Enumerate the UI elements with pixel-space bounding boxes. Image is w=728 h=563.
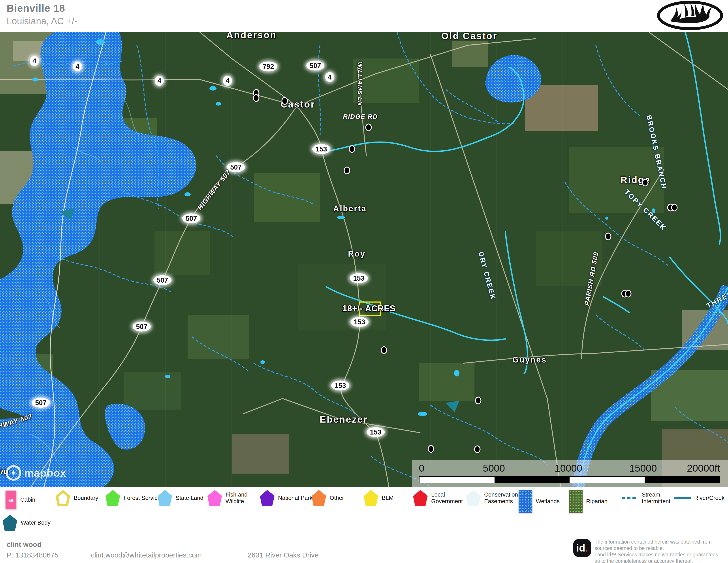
legend-label: State Land	[176, 495, 203, 501]
disclaimer-line: sources deemed to be reliable.	[594, 545, 725, 552]
acres-label: 18+/- ACRES	[342, 304, 396, 313]
highway-shield-153: 153	[350, 317, 369, 327]
legend-item-cabin: Cabin	[5, 490, 35, 510]
highway-shield-153: 153	[350, 273, 368, 283]
structure-marker-dot	[344, 167, 350, 174]
legend-swatch	[466, 490, 481, 506]
whitetail-antler-logo-icon	[657, 1, 723, 30]
scale-bar-panel: 05000100001500020000ft	[412, 460, 728, 487]
scale-tick-5000: 5000	[483, 463, 505, 474]
creek-label: DRY CREEK	[477, 251, 497, 301]
scale-tick-20000ft: 20000ft	[687, 463, 720, 474]
structure-marker-dot	[625, 290, 632, 298]
agent-address: 2601 River Oaks Drive	[248, 551, 319, 559]
highway-shield-4: 4	[325, 72, 334, 82]
place-label-anderson: Anderson	[226, 32, 277, 40]
legend-item-boundary: Boundary	[56, 490, 98, 506]
highway-shield-507: 507	[182, 213, 200, 223]
legend-label: Boundary	[74, 495, 98, 501]
structure-marker-dot	[282, 97, 288, 105]
mapbox-logo-icon	[6, 465, 21, 481]
place-label-ebenezer: Ebenezer	[320, 414, 368, 425]
highway-shield-507: 507	[227, 162, 245, 172]
creek-label: THRES	[705, 290, 728, 310]
road-label: WILLIAMS LN	[356, 62, 363, 106]
legend-item-national-park: National Park	[260, 490, 312, 506]
page-subtitle: Louisiana, AC +/-	[7, 16, 77, 26]
road-label: RIDGE RD	[343, 113, 378, 120]
legend-label: Wetlands	[536, 498, 560, 505]
place-label-old-castor: Old Castor	[441, 32, 498, 41]
legend-item-local-government: Local Government	[413, 490, 473, 506]
legend-swatch	[312, 490, 326, 506]
agent-phone: P: 13183480675	[7, 551, 58, 559]
structure-marker-dot	[605, 233, 611, 240]
legend-label: River/Creek	[694, 495, 724, 501]
legend-swatch	[158, 490, 172, 506]
legend-swatch	[622, 490, 638, 506]
highway-shield-507: 507	[306, 61, 324, 71]
land-id-logo-icon: id.	[573, 539, 591, 557]
legend-item-water-body: Water Body	[3, 515, 51, 531]
legend-item-riparian: Riparian	[569, 490, 608, 513]
disclaimer-text: The information contained herein was obt…	[594, 539, 725, 563]
legend-label: National Park	[278, 495, 312, 501]
header: Bienville 18 Louisiana, AC +/-	[0, 0, 728, 32]
legend-item-conservation-easements: Conservation Easements	[466, 490, 526, 506]
agent-email[interactable]: clint.wood@whitetailproperties.com	[91, 551, 202, 559]
legend-label: Forest Servic	[124, 495, 157, 501]
map-canvas[interactable]: 18+/- ACRES 4444479250750750750750750715…	[0, 32, 728, 487]
map-label-layer: 18+/- ACRES 4444479250750750750750750715…	[0, 32, 728, 487]
disclaimer-line: as to the completeness or accuracy there…	[594, 558, 725, 563]
legend-item-state-land: State Land	[158, 490, 203, 506]
mapbox-attribution[interactable]: mapbox	[6, 465, 66, 481]
highway-shield-4: 4	[223, 76, 232, 86]
highway-shield-507: 507	[153, 275, 171, 285]
page: Bienville 18 Louisiana, AC +/-	[0, 0, 728, 563]
scale-segment	[495, 477, 570, 483]
highway-shield-153: 153	[312, 144, 330, 154]
place-label-alberta: Alberta	[333, 204, 367, 213]
highway-shield-153: 153	[331, 381, 349, 391]
legend-item-forest-servic: Forest Servic	[105, 490, 157, 506]
road-label: HIGHWAY 507	[0, 413, 33, 434]
scale-segment	[570, 477, 645, 483]
legend-item-fish-and-wildlife: Fish and Wildlife	[207, 490, 267, 506]
mapbox-wordmark: mapbox	[24, 467, 66, 479]
structure-marker-dot	[365, 124, 372, 131]
legend-swatch	[56, 490, 70, 506]
disclaimer-line: Land id™ Services makes no warranties or…	[594, 552, 725, 558]
agent-name: clint wood	[7, 540, 41, 549]
structure-marker-dot	[349, 145, 355, 153]
legend-swatch	[364, 490, 378, 506]
structure-marker-dot	[642, 179, 649, 186]
structure-marker-dot	[428, 445, 434, 453]
place-label-guynes: Guynes	[512, 355, 547, 365]
scale-segment	[645, 477, 720, 483]
page-title: Bienville 18	[7, 2, 65, 14]
legend-swatch	[105, 490, 120, 506]
land-id-logo-dot: .	[585, 542, 588, 554]
highway-shield-792: 792	[259, 62, 277, 71]
scale-tick-10000: 10000	[555, 463, 582, 474]
legend-item-blm: BLM	[364, 490, 393, 506]
scale-tick-15000: 15000	[629, 463, 657, 474]
legend: Cabin Boundary Forest Servic Sta	[0, 487, 728, 540]
creek-label: TOPY CREEK	[623, 188, 668, 232]
structure-marker-dot	[475, 397, 482, 405]
highway-shield-507: 507	[32, 398, 50, 408]
legend-swatch	[3, 515, 17, 531]
cabin-icon	[7, 495, 15, 504]
scale-tick-0: 0	[419, 463, 424, 474]
scale-segment	[419, 477, 495, 483]
legend-label: BLM	[382, 495, 393, 501]
disclaimer-line: The information contained herein was obt…	[594, 539, 725, 545]
structure-marker-dot	[474, 446, 481, 453]
highway-shield-4: 4	[73, 62, 82, 71]
structure-marker-dot	[381, 347, 387, 354]
legend-label: Other	[330, 495, 344, 501]
legend-swatch	[674, 490, 691, 506]
legend-swatch	[519, 490, 532, 513]
legend-swatch	[569, 490, 583, 513]
highway-shield-507: 507	[133, 322, 151, 332]
